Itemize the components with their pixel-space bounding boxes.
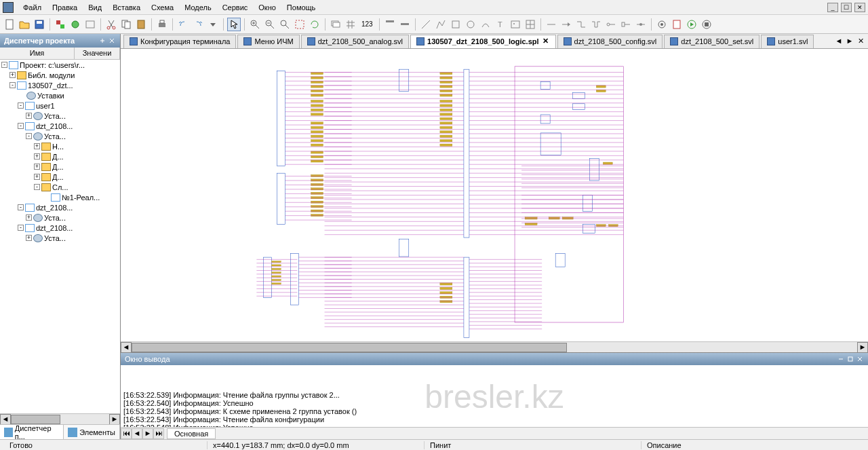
text-button[interactable]: T [494,18,507,31]
close-button[interactable]: ✕ [854,3,865,12]
align-button-2[interactable] [398,18,412,31]
scroll-right-button[interactable]: ► [109,414,120,425]
grid-button[interactable] [344,18,357,31]
open-file-button[interactable] [18,18,31,31]
tree-row[interactable]: -130507_dzt... [0,80,120,90]
align-button-1[interactable] [383,18,397,31]
expand-icon[interactable]: + [34,153,40,160]
save-button[interactable] [33,18,46,31]
document-tab[interactable]: Конфигурация терминала [123,35,236,48]
dropdown-button[interactable] [206,18,220,31]
tree-row[interactable]: +Н... [0,141,120,151]
cut-button[interactable] [104,18,118,31]
menu-item[interactable]: Вид [83,1,107,14]
tree-row[interactable]: -dzt_2108... [0,121,120,131]
document-tab[interactable]: Меню ИЧМ [237,35,299,48]
connect-button-3[interactable] [574,18,588,31]
document-tab[interactable]: dzt_2108_500_set.svl [664,35,760,48]
sheet-first-button[interactable]: ⏮ [121,428,132,439]
collapse-icon[interactable]: - [18,225,24,231]
sheet-next-button[interactable]: ► [142,428,153,439]
tree-row[interactable]: +Д... [0,172,120,182]
run-button[interactable] [685,18,698,31]
tree-row[interactable]: -dzt_2108... [0,223,120,233]
connect-button-5[interactable] [604,18,618,31]
pointer-button[interactable] [227,18,241,31]
document-tab[interactable]: dzt_2108_500_config.svl [557,35,663,48]
tab-next-button[interactable]: ► [845,37,854,46]
project-tree[interactable]: -Проект: c:\users\r...+Библ. модули-1305… [0,60,120,413]
menu-item[interactable]: Сервис [217,1,254,14]
document-tab[interactable]: 130507_dzt_2108_500_logic.spl✕ [410,35,556,48]
tab-close-button[interactable]: ✕ [856,37,865,46]
new-file-button[interactable] [3,18,16,31]
connect-button-2[interactable] [559,18,573,31]
output-log[interactable]: bresler.kz [16:53:22.539] Информация: Чт… [121,365,868,427]
copy-button[interactable] [119,18,133,31]
menu-item[interactable]: Схема [146,1,179,14]
tool-button-1[interactable] [54,18,67,31]
scroll-left-button[interactable]: ◄ [121,342,132,353]
redo-button[interactable] [191,18,205,31]
table-button[interactable] [524,18,537,31]
scroll-left-button[interactable]: ◄ [0,414,11,425]
connect-button-6[interactable] [619,18,633,31]
tree-row[interactable]: -Сл... [0,182,120,192]
collapse-icon[interactable]: - [1,62,7,68]
collapse-icon[interactable]: - [18,102,24,109]
expand-icon[interactable]: + [9,72,16,78]
collapse-icon[interactable]: - [26,133,32,139]
settings-button[interactable] [655,18,669,31]
menu-item[interactable]: Вставка [107,1,146,14]
tree-row[interactable]: +Д... [0,162,120,172]
stop-button[interactable] [700,18,713,31]
tree-row[interactable]: +Уста... [0,212,120,223]
sidebar-bottom-tab[interactable]: Диспетчер п... [0,425,64,439]
tree-col-value[interactable]: Значени [75,48,120,59]
output-close-icon[interactable] [856,355,864,363]
tree-col-name[interactable]: Имя [0,48,75,59]
layers-button[interactable] [329,18,342,31]
shape-button-5[interactable] [479,18,492,31]
tree-row[interactable]: +Библ. модули [0,70,120,80]
tree-row[interactable]: №1-Реал... [0,192,120,202]
shape-button-2[interactable] [434,18,448,31]
refresh-button[interactable] [308,18,321,31]
canvas-h-scrollbar[interactable]: ◄ ► [121,341,868,352]
connect-button-1[interactable] [545,18,558,31]
shape-button-3[interactable] [449,18,462,31]
collapse-icon[interactable]: - [34,184,40,190]
tree-row[interactable]: -user1 [0,100,120,111]
tree-row[interactable]: -Проект: c:\users\r... [0,60,120,70]
output-min-icon[interactable] [837,355,845,363]
shape-button-1[interactable] [419,18,433,31]
tool-button-2[interactable] [68,18,82,31]
zoom-region-button[interactable] [293,18,307,31]
print-button[interactable] [155,18,169,31]
tree-row[interactable]: +Д... [0,151,120,162]
expand-icon[interactable]: + [26,214,32,221]
menu-item[interactable]: Модель [179,1,216,14]
sidebar-pin-icon[interactable] [98,37,106,45]
undo-button[interactable] [176,18,190,31]
close-tab-icon[interactable]: ✕ [542,37,550,45]
maximize-button[interactable]: ☐ [841,3,852,12]
expand-icon[interactable]: + [34,174,40,180]
expand-icon[interactable]: + [26,113,32,119]
expand-icon[interactable]: + [34,164,40,170]
tree-row[interactable]: -Уста... [0,131,120,141]
connect-button-4[interactable] [589,18,603,31]
menu-item[interactable]: Помощь [281,1,321,14]
tool-button-3[interactable] [83,18,97,31]
image-button[interactable] [509,18,522,31]
sidebar-close-icon[interactable] [108,37,116,45]
menu-item[interactable]: Файл [18,1,47,14]
zoom-fit-button[interactable] [278,18,292,31]
sheet-tab-main[interactable]: Основная [167,428,216,439]
collapse-icon[interactable]: - [9,82,16,88]
shape-button-4[interactable] [464,18,477,31]
zoom-in-button[interactable] [248,18,262,31]
document-tab[interactable]: user1.svl [761,35,814,48]
collapse-icon[interactable]: - [18,204,24,210]
tab-prev-button[interactable]: ◄ [834,37,844,46]
